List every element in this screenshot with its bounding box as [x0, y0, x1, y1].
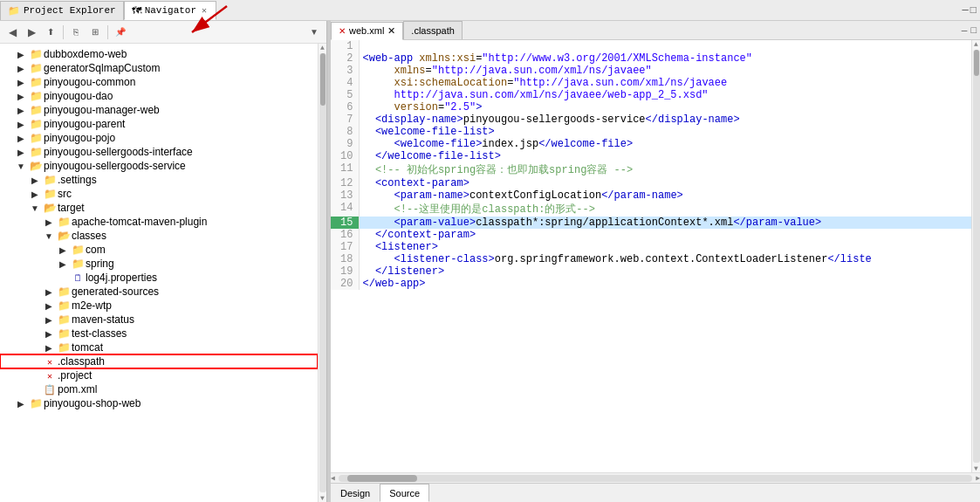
tree-item-project[interactable]: ▶ ✕ .project — [0, 368, 318, 382]
line-number: 14 — [331, 202, 359, 217]
line-content: <!--这里使用的是classpath:的形式--> — [359, 202, 971, 217]
h-scroll[interactable]: ◀ ▶ — [331, 472, 980, 483]
line-content: <param-name>contextConfigLocation</param… — [359, 189, 971, 202]
vscroll-track — [319, 53, 326, 492]
collapse-btn[interactable]: ▼ — [305, 24, 323, 41]
code-line: 3 xmlns="http://java.sun.com/xml/ns/java… — [331, 65, 971, 77]
tree-item-target[interactable]: ▼ 📂 target — [0, 201, 318, 215]
folder-open-icon: 📂 — [56, 230, 72, 242]
tree-item-m2e-wtp[interactable]: ▶ 📁 m2e-wtp — [0, 299, 318, 313]
tree-item-spring[interactable]: ▶ 📁 spring — [0, 257, 318, 271]
tab-source[interactable]: Source — [380, 484, 429, 502]
folder-icon: 📁 — [28, 397, 44, 409]
minimize-editor-btn[interactable]: — — [962, 25, 968, 36]
folder-icon: 📁 — [28, 76, 44, 88]
line-content: xsi:schemaLocation="http://java.sun.com/… — [359, 77, 971, 89]
maximize-editor-btn[interactable]: □ — [970, 25, 977, 36]
line-number: 3 — [331, 65, 359, 77]
folder-icon: 📁 — [70, 258, 86, 270]
line-content: <welcome-file-list> — [359, 126, 971, 138]
folder-icon: 📁 — [28, 90, 44, 102]
vscroll-thumb[interactable] — [320, 53, 326, 106]
tab-design[interactable]: Design — [331, 484, 380, 502]
tree-item-pinyougou-parent[interactable]: ▶ 📁 pinyougou-parent — [0, 117, 318, 131]
editor-tab-web-xml-label: web.xml — [349, 25, 384, 36]
tree-item-pom-xml[interactable]: ▶ 📋 pom.xml — [0, 382, 318, 396]
folder-icon: 📁 — [56, 299, 72, 312]
up-btn[interactable]: ⬆ — [42, 24, 59, 41]
folder-open-icon: 📂 — [28, 160, 44, 172]
tab-navigator-label: Navigator — [145, 5, 196, 16]
line-content: <listener> — [359, 241, 971, 253]
tree-item-generatorsqlmap[interactable]: ▶ 📁 generatorSqlmapCustom — [0, 61, 318, 75]
tree-item-pinyougou-sellergoods-interface[interactable]: ▶ 📁 pinyougou-sellergoods-interface — [0, 145, 318, 159]
vscroll-down[interactable]: ▼ — [320, 494, 325, 502]
back-btn[interactable]: ◀ — [3, 24, 21, 41]
tree-container: ▶ 📁 dubboxdemo-web ▶ 📁 generatorSqlmapCu… — [0, 44, 318, 502]
tree-item-pinyougou-shop-web[interactable]: ▶ 📁 pinyougou-shop-web — [0, 396, 318, 410]
folder-icon: 📁 — [42, 174, 58, 186]
code-with-scroll: 12<web-app xmlns:xsi="http://www.w3.org/… — [331, 40, 980, 472]
tree-item-pinyougou-sellergoods-service[interactable]: ▼ 📂 pinyougou-sellergoods-service — [0, 159, 318, 173]
hscroll-right[interactable]: ▶ — [976, 474, 980, 482]
pin-btn[interactable]: 📌 — [112, 24, 129, 41]
maximize-btn[interactable]: □ — [970, 4, 977, 17]
tree-item-settings[interactable]: ▶ 📁 .settings — [0, 173, 318, 187]
close-navigator-btn[interactable]: ✕ — [200, 5, 209, 16]
tree-item-src[interactable]: ▶ 📁 src — [0, 187, 318, 201]
tree-item-tomcat[interactable]: ▶ 📁 tomcat — [0, 340, 318, 354]
copy-btn[interactable]: ⎘ — [67, 24, 85, 41]
tree-item-generated-sources[interactable]: ▶ 📁 generated-sources — [0, 285, 318, 299]
vscroll-thumb[interactable] — [974, 50, 979, 76]
forward-btn[interactable]: ▶ — [23, 24, 40, 41]
tree-item-dubboxdemo-web[interactable]: ▶ 📁 dubboxdemo-web — [0, 47, 318, 61]
editor-tab-classpath[interactable]: .classpath — [403, 21, 463, 39]
tree-item-test-classes[interactable]: ▶ 📁 test-classes — [0, 327, 318, 340]
xml-file-icon: ✕ — [42, 357, 58, 367]
minimize-btn[interactable]: — — [963, 4, 969, 17]
left-vscroll[interactable]: ▲ ▼ — [318, 44, 326, 502]
vscroll-track — [973, 50, 980, 463]
line-number: 12 — [331, 177, 359, 189]
line-number: 1 — [331, 40, 359, 52]
hscroll-left[interactable]: ◀ — [331, 474, 335, 482]
vscroll-up[interactable]: ▲ — [974, 40, 978, 48]
code-area[interactable]: 12<web-app xmlns:xsi="http://www.w3.org/… — [331, 40, 971, 472]
xml-tab-icon: ✕ — [339, 26, 346, 36]
vscroll-up[interactable]: ▲ — [320, 44, 325, 52]
tree-item-log4j[interactable]: ▶ 🗒 log4j.properties — [0, 271, 318, 285]
editor-tab-web-xml[interactable]: ✕ web.xml ✕ — [331, 22, 403, 40]
tab-navigator[interactable]: 🗺 Navigator ✕ — [124, 1, 216, 20]
close-web-xml-btn[interactable]: ✕ — [387, 25, 395, 37]
tab-design-label: Design — [340, 488, 370, 499]
hscroll-thumb[interactable] — [347, 475, 417, 482]
editor-tab-classpath-label: .classpath — [411, 25, 455, 36]
tree-item-classes[interactable]: ▼ 📂 classes — [0, 229, 318, 243]
tab-project-explorer[interactable]: 📁 Project Explorer — [0, 1, 124, 20]
folder-open-icon: 📂 — [42, 202, 58, 214]
line-number: 8 — [331, 126, 359, 138]
code-line: 15 <param-value>classpath*:spring/applic… — [331, 217, 971, 229]
xml-file-icon: ✕ — [42, 371, 58, 381]
line-number: 6 — [331, 101, 359, 113]
editor-controls: — □ — [962, 25, 977, 36]
tree-item-pinyougou-manager-web[interactable]: ▶ 📁 pinyougou-manager-web — [0, 103, 318, 117]
link-btn[interactable]: ⊞ — [86, 24, 104, 41]
editor-tab-bar: ✕ web.xml ✕ .classpath — □ — [331, 21, 980, 40]
tree-item-pinyougou-pojo[interactable]: ▶ 📁 pinyougou-pojo — [0, 131, 318, 145]
right-vscroll[interactable]: ▲ ▼ — [971, 40, 980, 472]
vscroll-down[interactable]: ▼ — [974, 464, 978, 472]
tree-item-classpath[interactable]: ▶ ✕ .classpath — [0, 354, 318, 368]
tree-item-apache-tomcat[interactable]: ▶ 📁 apache-tomcat-maven-plugin — [0, 215, 318, 229]
tree-item-com[interactable]: ▶ 📁 com — [0, 243, 318, 257]
tree-item-pinyougou-common[interactable]: ▶ 📁 pinyougou-common — [0, 75, 318, 89]
tree-item-pinyougou-dao[interactable]: ▶ 📁 pinyougou-dao — [0, 89, 318, 103]
folder-icon: 📁 — [56, 285, 72, 298]
line-content: <param-value>classpath*:spring/applicati… — [359, 217, 971, 229]
line-content: <!-- 初始化spring容器：也即加载spring容器 --> — [359, 162, 971, 177]
project-icon: 📁 — [8, 5, 20, 17]
right-panel: ✕ web.xml ✕ .classpath — □ 12 — [331, 21, 980, 502]
code-line: 8 <welcome-file-list> — [331, 126, 971, 138]
folder-icon: 📁 — [28, 146, 44, 158]
tree-item-maven-status[interactable]: ▶ 📁 maven-status — [0, 313, 318, 327]
